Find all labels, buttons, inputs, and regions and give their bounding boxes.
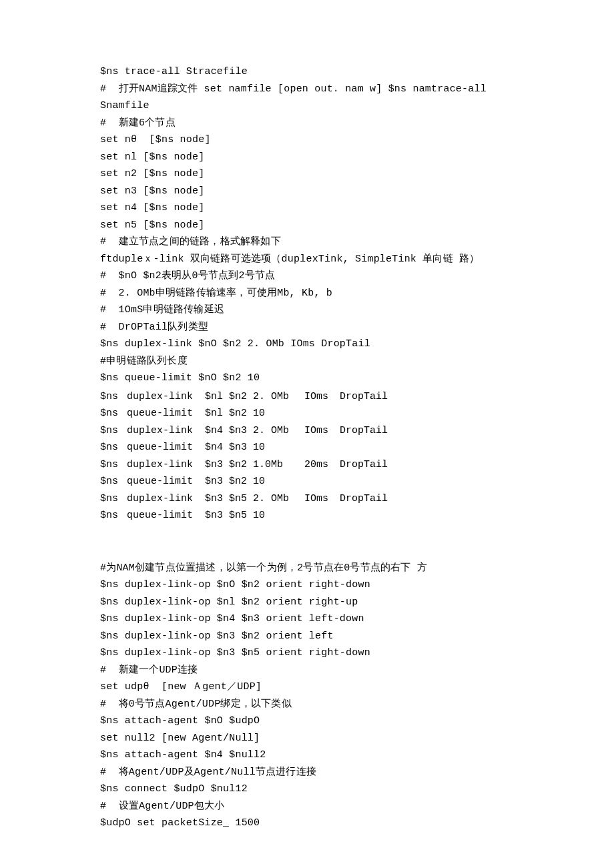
code-line: # DrOPTail队列类型 bbox=[100, 319, 547, 336]
table-cell: queue-limit bbox=[127, 439, 199, 456]
table-row: $nsduplex-link $n3 $n5 2. OMbIOms DropTa… bbox=[100, 490, 547, 508]
table-cell: queue-limit bbox=[127, 473, 199, 490]
table-cell bbox=[304, 507, 334, 524]
code-line: set udpθ [new Ａgent／UDP] bbox=[100, 679, 547, 696]
table-cell: $n4 $n3 10 bbox=[199, 439, 304, 456]
code-line: set n3 [$ns node] bbox=[100, 183, 547, 200]
table-cell: IOms bbox=[304, 422, 334, 440]
code-line: $ns queue-limit $nO $n2 10 bbox=[100, 370, 547, 387]
table-cell bbox=[334, 473, 394, 490]
code-line: set n2 [$ns node] bbox=[100, 165, 547, 183]
code-line: Snamfile bbox=[100, 97, 547, 115]
table-cell: duplex-link bbox=[127, 490, 199, 508]
table-cell: queue-limit bbox=[127, 405, 199, 422]
table-cell: duplex-link bbox=[127, 422, 199, 440]
code-line: # 新建一个UDP连接 bbox=[100, 662, 547, 679]
table-cell: $n3 $n5 10 bbox=[199, 507, 304, 524]
table-cell: $n4 $n3 2. OMb bbox=[199, 422, 304, 440]
table-cell bbox=[334, 439, 394, 456]
table-row: $nsqueue-limit $n4 $n3 10 bbox=[100, 439, 547, 456]
code-line bbox=[100, 542, 547, 560]
code-line: #为NAM创建节点位置描述，以第一个为例，2号节点在0号节点的右下 方 bbox=[100, 560, 547, 577]
table-cell: DropTail bbox=[334, 456, 394, 474]
code-block-a: $ns trace-all Stracefile# 打开NAM追踪文件 set … bbox=[100, 63, 547, 387]
document-page: $ns trace-all Stracefile# 打开NAM追踪文件 set … bbox=[0, 0, 614, 868]
table-cell: DropTail bbox=[334, 388, 394, 406]
code-line: # $nO $n2表明从0号节点到2号节点 bbox=[100, 268, 547, 285]
code-line: $ns connect $udpO $nul12 bbox=[100, 781, 547, 798]
table-cell: IOms bbox=[304, 490, 334, 508]
code-table: $nsduplex-link $nl $n2 2. OMbIOms DropTa… bbox=[100, 388, 547, 524]
code-line: set null2 [new Agent/Null] bbox=[100, 730, 547, 747]
code-line: $ns attach-agent $n4 $null2 bbox=[100, 747, 547, 764]
code-line: set nθ [$ns node] bbox=[100, 131, 547, 149]
table-cell: DropTail bbox=[334, 490, 394, 508]
table-cell: duplex-link bbox=[127, 456, 199, 474]
code-line: $ns duplex-link-op $n3 $n5 orient right-… bbox=[100, 644, 547, 662]
table-row: $nsqueue-limit $n3 $n5 10 bbox=[100, 507, 547, 524]
code-line: # 设置Agent/UDP包大小 bbox=[100, 798, 547, 815]
code-line: # 将Agent/UDP及Agent/Null节点进行连接 bbox=[100, 764, 547, 781]
table-cell: $ns bbox=[100, 405, 127, 422]
table-cell: $ns bbox=[100, 507, 127, 524]
table-cell: $ns bbox=[100, 456, 127, 474]
code-line: $ns duplex-link-op $nl $n2 orient right-… bbox=[100, 594, 547, 611]
table-cell: $ns bbox=[100, 388, 127, 406]
table-cell bbox=[304, 439, 334, 456]
table-cell: $n3 $n2 1.0Mb bbox=[199, 456, 304, 474]
table-cell: $n3 $n2 10 bbox=[199, 473, 304, 490]
code-line: # 打开NAM追踪文件 set namfile [open out. nam w… bbox=[100, 81, 547, 98]
code-line: set n5 [$ns node] bbox=[100, 217, 547, 234]
table-row: $nsduplex-link $n4 $n3 2. OMbIOms DropTa… bbox=[100, 422, 547, 440]
table-cell bbox=[334, 405, 394, 422]
table-cell: $nl $n2 2. OMb bbox=[199, 388, 304, 406]
table-cell bbox=[304, 405, 334, 422]
table-cell bbox=[334, 507, 394, 524]
table-cell bbox=[304, 473, 334, 490]
table-cell: duplex-link bbox=[127, 388, 199, 406]
table-cell: IOms bbox=[304, 388, 334, 406]
code-line: $ns attach-agent $nO $udpO bbox=[100, 713, 547, 730]
code-line: # 建立节点之间的链路，格式解释如下 bbox=[100, 234, 547, 251]
code-line bbox=[100, 526, 547, 543]
code-line: $ns duplex-link-op $nO $n2 orient right-… bbox=[100, 576, 547, 594]
code-line: $ns duplex-link-op $n3 $n2 orient left bbox=[100, 628, 547, 645]
table-row: $nsqueue-limit $n3 $n2 10 bbox=[100, 473, 547, 490]
table-row: $nsduplex-link $n3 $n2 1.0Mb 20ms DropTa… bbox=[100, 456, 547, 474]
code-line: # 新建6个节点 bbox=[100, 115, 547, 132]
code-line: set nl [$ns node] bbox=[100, 149, 547, 166]
code-line: ftdupleｘ-link 双向链路可选选项（duplexTink, Simpl… bbox=[100, 251, 547, 268]
code-line: # 1OmS申明链路传输延迟 bbox=[100, 302, 547, 319]
table-cell: DropTail bbox=[334, 422, 394, 440]
code-line: # 2. OMb申明链路传输速率，可使用Mb, Kb, b bbox=[100, 285, 547, 302]
code-line: $udpO set packetSize_ 1500 bbox=[100, 815, 547, 832]
table-cell: 20ms bbox=[304, 456, 334, 474]
code-block-b: #为NAM创建节点位置描述，以第一个为例，2号节点在0号节点的右下 方$ns d… bbox=[100, 526, 547, 832]
table-cell: $ns bbox=[100, 422, 127, 440]
table-cell: $ns bbox=[100, 473, 127, 490]
table-cell: $ns bbox=[100, 439, 127, 456]
table-cell: $n3 $n5 2. OMb bbox=[199, 490, 304, 508]
table-cell: $ns bbox=[100, 490, 127, 508]
table-row: $nsduplex-link $nl $n2 2. OMbIOms DropTa… bbox=[100, 388, 547, 406]
code-line: $ns duplex-link-op $n4 $n3 orient left-d… bbox=[100, 610, 547, 628]
code-line: $ns duplex-link $nO $n2 2. OMb IOms Drop… bbox=[100, 336, 547, 353]
table-cell: $nl $n2 10 bbox=[199, 405, 304, 422]
code-line: # 将0号节点Agent/UDP绑定，以下类似 bbox=[100, 696, 547, 713]
code-line: #申明链路队列长度 bbox=[100, 353, 547, 370]
table-row: $nsqueue-limit $nl $n2 10 bbox=[100, 405, 547, 422]
code-line: set n4 [$ns node] bbox=[100, 199, 547, 217]
table-cell: queue-limit bbox=[127, 507, 199, 524]
code-line: $ns trace-all Stracefile bbox=[100, 63, 547, 81]
